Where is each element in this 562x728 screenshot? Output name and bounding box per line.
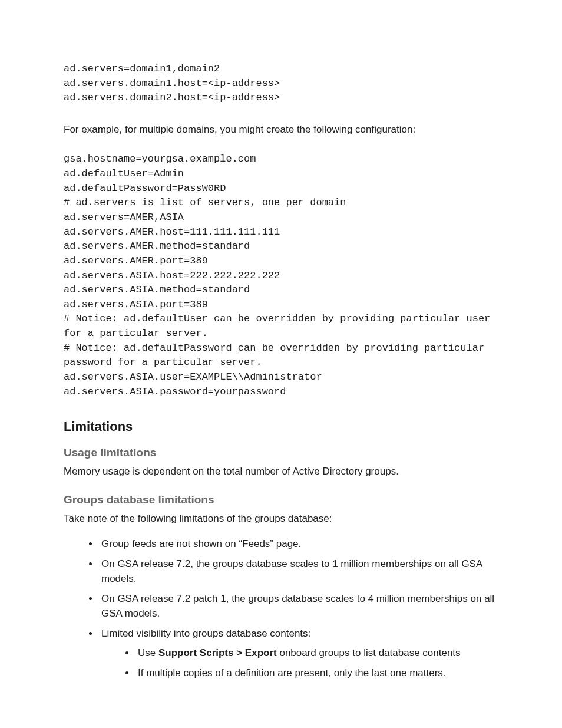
document-page: ad.servers=domain1,domain2 ad.servers.do…: [0, 0, 562, 728]
text-prefix: Use: [138, 647, 158, 658]
list-item: Limited visibility into groups database …: [99, 626, 500, 681]
list-item: Group feeds are not shown on “Feeds” pag…: [99, 536, 500, 552]
heading-groups-limitations: Groups database limitations: [64, 492, 500, 509]
list-item: On GSA release 7.2 patch 1, the groups d…: [99, 591, 500, 621]
list-groups-sub: Use Support Scripts > Export onboard gro…: [101, 645, 500, 680]
code-block-config-example: gsa.hostname=yourgsa.example.com ad.defa…: [64, 152, 500, 399]
list-item: On GSA release 7.2, the groups database …: [99, 556, 500, 587]
paragraph-groups-intro: Take note of the following limitations o…: [64, 511, 500, 526]
paragraph-usage-body: Memory usage is dependent on the total n…: [64, 464, 500, 479]
heading-limitations: Limitations: [64, 417, 500, 436]
text-bold-support-scripts: Support Scripts > Export: [158, 647, 277, 658]
list-item-text: Limited visibility into groups database …: [101, 628, 310, 639]
block-usage-limitations: Usage limitations Memory usage is depend…: [64, 444, 500, 479]
list-item: If multiple copies of a definition are p…: [135, 666, 500, 681]
text-suffix: onboard groups to list database contents: [277, 647, 461, 658]
block-groups-limitations: Groups database limitations Take note of…: [64, 492, 500, 680]
paragraph-example-intro: For example, for multiple domains, you m…: [64, 122, 500, 137]
code-block-servers: ad.servers=domain1,domain2 ad.servers.do…: [64, 62, 500, 106]
list-item: Use Support Scripts > Export onboard gro…: [135, 645, 500, 661]
list-groups-limitations: Group feeds are not shown on “Feeds” pag…: [64, 536, 500, 680]
heading-usage-limitations: Usage limitations: [64, 444, 500, 462]
